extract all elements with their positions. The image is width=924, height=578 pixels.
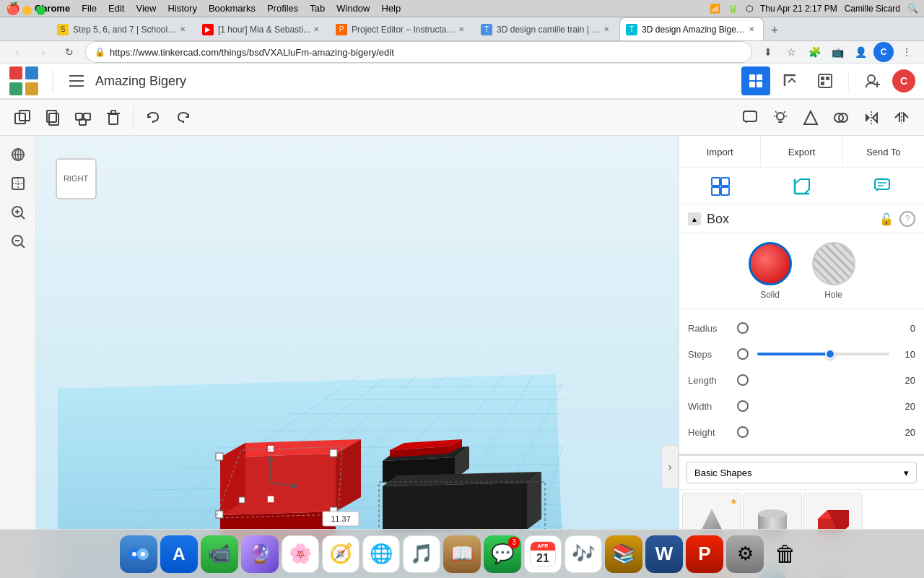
send-to-button[interactable]: Send To (843, 136, 924, 168)
dock-word[interactable]: W (645, 535, 683, 573)
collapse-button[interactable]: ▲ (688, 212, 701, 225)
hole-option[interactable]: Hole (812, 242, 855, 300)
lock-shape-icon[interactable]: 🔓 (879, 212, 894, 226)
export-button[interactable]: Export (761, 136, 842, 168)
shapes-category-dropdown[interactable]: Basic Shapes ▾ (687, 462, 917, 483)
tab-2[interactable]: ▶ [1 hour] Mia & Sebasti... ✕ (196, 17, 328, 40)
bookmark-icon[interactable]: ☆ (781, 42, 801, 62)
menu-tab[interactable]: Tab (310, 3, 325, 14)
publish-button[interactable] (811, 66, 840, 95)
radius-circle[interactable] (737, 322, 749, 334)
viewport[interactable]: 11.37 (36, 136, 679, 578)
dock-books[interactable]: 📖 (443, 535, 481, 573)
scroll-arrow[interactable]: › (661, 445, 679, 488)
menu-view[interactable]: View (136, 3, 156, 14)
dock-finder[interactable] (120, 535, 157, 573)
dock-acrobat[interactable]: P (686, 535, 723, 573)
tab-3-close[interactable]: ✕ (456, 24, 467, 35)
grid-view-button[interactable] (741, 66, 770, 95)
undo-button[interactable] (139, 104, 167, 131)
menu-dots[interactable]: ⋮ (897, 42, 917, 62)
dock-appstore[interactable]: A (160, 535, 198, 573)
fit-view-button[interactable] (5, 171, 31, 197)
redo-button[interactable] (170, 104, 197, 131)
height-circle[interactable] (737, 426, 749, 438)
dock-messages[interactable]: 💬 3 (484, 535, 521, 573)
comment-button[interactable] (736, 104, 764, 131)
steps-circle[interactable] (737, 348, 749, 360)
dock-music[interactable]: 🎵 (403, 535, 440, 573)
black-box-2[interactable] (379, 472, 545, 533)
menu-help[interactable]: Help (382, 3, 401, 14)
address-box[interactable]: 🔒 https://www.tinkercad.com/things/bsdVX… (85, 41, 752, 63)
dock-facetime[interactable]: 📹 (201, 535, 238, 573)
copy-button[interactable] (39, 104, 66, 131)
flip-button[interactable] (858, 104, 885, 131)
dock-settings[interactable]: ⚙ (726, 535, 764, 573)
dock-calendar[interactable]: APR 21 (524, 535, 562, 573)
user-profile-avatar[interactable]: C (892, 69, 915, 92)
dock-itunes[interactable]: 🎶 (565, 535, 602, 573)
tab-4[interactable]: T 3D design camille train | T... ✕ (474, 17, 619, 40)
extensions-icon[interactable]: 🧩 (804, 42, 824, 62)
home-view-button[interactable] (5, 142, 31, 168)
profile-icon[interactable]: 👤 (850, 42, 871, 62)
add-user-button[interactable] (858, 66, 886, 95)
dock-kindle[interactable]: 📚 (605, 535, 642, 573)
menu-window[interactable]: Window (336, 3, 370, 14)
zoom-in-button[interactable] (5, 199, 31, 225)
menu-edit[interactable]: Edit (108, 3, 124, 14)
tab-1[interactable]: S Step 5, 6, and 7 | Schoolo... ✕ (51, 17, 195, 40)
hamburger-menu[interactable] (66, 71, 87, 91)
new-tab-button[interactable]: + (764, 20, 785, 40)
minimize-button[interactable] (22, 6, 32, 15)
svg-rect-5 (69, 80, 84, 82)
import-button[interactable]: Import (679, 136, 761, 168)
length-circle[interactable] (737, 374, 749, 386)
tab-5[interactable]: T 3D design Amazing Bigery... ✕ (619, 17, 764, 40)
steps-slider[interactable] (757, 353, 889, 355)
tab-1-close[interactable]: ✕ (177, 24, 188, 35)
user-avatar[interactable]: C (873, 42, 894, 62)
view-cube[interactable]: RIGHT (51, 150, 108, 208)
tab-5-close[interactable]: ✕ (746, 24, 757, 35)
search-icon[interactable]: 🔍 (907, 4, 918, 14)
menu-profiles[interactable]: Profiles (267, 3, 298, 14)
dock-photos[interactable]: 🌸 (282, 535, 319, 573)
download-icon[interactable]: ⬇ (758, 42, 778, 62)
menu-file[interactable]: File (82, 3, 97, 14)
tab-3[interactable]: P Project Editor – Instructab... ✕ (329, 17, 474, 40)
group-button[interactable] (69, 104, 97, 131)
combine-button[interactable] (827, 104, 855, 131)
light-button[interactable] (767, 104, 794, 131)
corner-3d-button[interactable] (761, 168, 842, 205)
grid-3d-button[interactable] (679, 168, 761, 205)
dock-chrome[interactable]: 🌐 (362, 535, 400, 573)
tab-4-close[interactable]: ✕ (601, 24, 612, 35)
info-icon[interactable]: ? (899, 211, 915, 227)
chat-3d-button[interactable] (842, 168, 924, 205)
cast-icon[interactable]: 📺 (827, 42, 847, 62)
svg-rect-88 (267, 496, 274, 503)
width-circle[interactable] (737, 400, 749, 412)
delete-button[interactable] (100, 104, 127, 131)
back-button[interactable]: ‹ (7, 42, 27, 62)
duplicate-button[interactable] (9, 104, 36, 131)
cad-view-button[interactable] (776, 66, 805, 95)
refresh-button[interactable]: ↻ (59, 42, 79, 62)
menu-bookmarks[interactable]: Bookmarks (209, 3, 256, 14)
close-button[interactable] (9, 6, 18, 15)
maximize-button[interactable] (36, 6, 45, 15)
dock-trash[interactable]: 🗑 (767, 535, 804, 573)
dock-safari[interactable]: 🧭 (322, 535, 359, 573)
forward-button[interactable]: › (33, 42, 53, 62)
steps-slider-thumb[interactable] (825, 349, 835, 359)
browser-window: S Step 5, 6, and 7 | Schoolo... ✕ ▶ [1 h… (0, 17, 924, 578)
menu-history[interactable]: History (167, 3, 196, 14)
solid-option[interactable]: Solid (749, 242, 792, 300)
mirror-button[interactable] (888, 104, 915, 131)
shape-outline-button[interactable] (797, 104, 824, 131)
dock-siri[interactable]: 🔮 (241, 535, 279, 573)
tab-2-close[interactable]: ✕ (310, 24, 322, 35)
zoom-out-button[interactable] (5, 228, 31, 254)
